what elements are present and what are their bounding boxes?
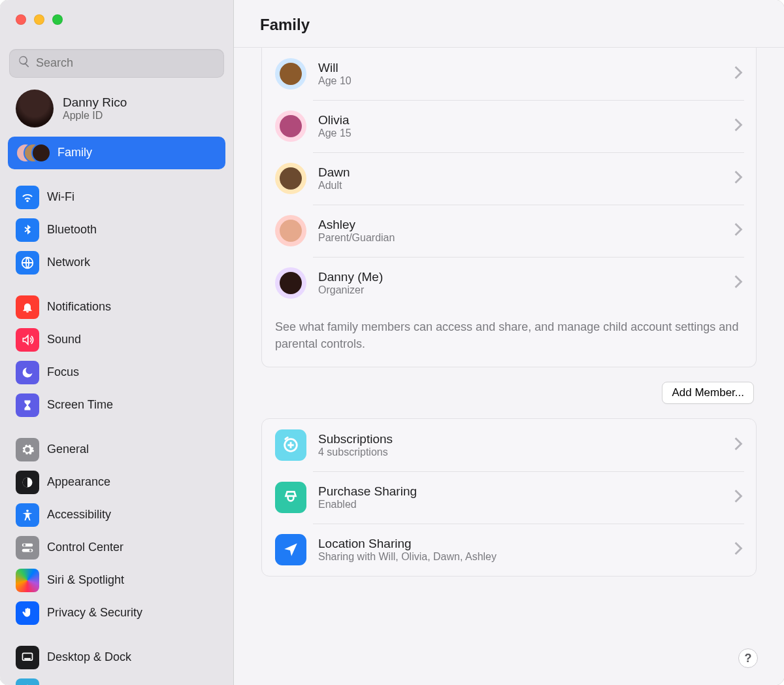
member-avatar: [275, 267, 306, 299]
sidebar-item-desktop[interactable]: Desktop & Dock: [8, 641, 225, 674]
sidebar-item-screentime[interactable]: Screen Time: [8, 389, 225, 422]
member-row[interactable]: WillAge 10: [262, 48, 756, 100]
sidebar-item-label: Network: [47, 256, 90, 269]
dock-icon: [16, 646, 39, 669]
svg-rect-8: [24, 658, 31, 659]
sidebar-item-wifi[interactable]: Wi-Fi: [8, 181, 225, 214]
members-note: See what family members can access and s…: [262, 309, 756, 367]
sidebar-item-label: Desktop & Dock: [47, 650, 131, 664]
chevron-right-icon: [734, 275, 743, 292]
member-avatar: [275, 58, 306, 90]
wifi-icon: [16, 186, 39, 209]
hourglass-icon: [16, 393, 39, 417]
sidebar-nav: Family Wi-Fi Bluetooth Network: [0, 137, 233, 685]
sidebar-item-privacy[interactable]: Privacy & Security: [8, 597, 225, 629]
sidebar-item-label: Screen Time: [47, 398, 113, 412]
add-member-button[interactable]: Add Member...: [662, 382, 754, 404]
sound-icon: [16, 328, 39, 352]
gear-icon: [16, 438, 39, 461]
sidebar-item-displays[interactable]: Displays: [8, 674, 225, 685]
sidebar-item-label: Family: [57, 146, 92, 159]
members-card: WillAge 10OliviaAge 15DawnAdultAshleyPar…: [261, 48, 757, 367]
sidebar-item-label: Notifications: [47, 300, 111, 314]
bluetooth-icon: [16, 218, 39, 242]
settings-window: Danny Rico Apple ID Family Wi-Fi: [0, 0, 784, 685]
sidebar-item-accessibility[interactable]: Accessibility: [8, 499, 225, 531]
search-input[interactable]: [36, 56, 216, 70]
sidebar-item-notifications[interactable]: Notifications: [8, 291, 225, 324]
feature-title: Subscriptions: [318, 432, 722, 446]
chevron-right-icon: [734, 65, 743, 83]
sidebar-item-siri[interactable]: Siri & Spotlight: [8, 564, 225, 597]
member-avatar: [275, 215, 306, 246]
minimize-icon[interactable]: [34, 14, 44, 25]
feature-sub: Sharing with Will, Olivia, Dawn, Ashley: [318, 551, 722, 563]
network-icon: [16, 251, 39, 275]
close-icon[interactable]: [16, 14, 26, 25]
account-row[interactable]: Danny Rico Apple ID: [0, 84, 233, 137]
sidebar-item-label: Privacy & Security: [47, 606, 142, 620]
member-name: Dawn: [318, 165, 722, 180]
member-row[interactable]: AshleyParent/Guardian: [262, 205, 756, 257]
svg-point-2: [26, 509, 29, 512]
bell-icon: [16, 295, 39, 319]
sidebar-item-focus[interactable]: Focus: [8, 356, 225, 389]
sidebar-item-label: Wi-Fi: [47, 190, 74, 204]
account-name: Danny Rico: [63, 95, 127, 110]
search-field[interactable]: [9, 49, 224, 78]
accessibility-icon: [16, 503, 39, 527]
sidebar-item-controlcenter[interactable]: Control Center: [8, 531, 225, 564]
feature-location-sharing[interactable]: Location Sharing Sharing with Will, Oliv…: [262, 524, 756, 576]
features-card: Subscriptions 4 subscriptions Purchase S…: [261, 418, 757, 576]
sidebar-item-label: Focus: [47, 365, 79, 379]
sidebar-item-label: General: [47, 443, 89, 456]
siri-icon: [16, 569, 39, 592]
sidebar-item-label: Siri & Spotlight: [47, 573, 124, 587]
help-button[interactable]: ?: [738, 648, 758, 668]
feature-title: Location Sharing: [318, 537, 722, 551]
member-row[interactable]: Danny (Me)Organizer: [262, 257, 756, 309]
member-role: Age 10: [318, 75, 722, 87]
sidebar-item-network[interactable]: Network: [8, 246, 225, 279]
feature-purchase-sharing[interactable]: Purchase Sharing Enabled: [262, 471, 756, 524]
page-title: Family: [234, 0, 784, 48]
sidebar-item-label: Bluetooth: [47, 223, 97, 237]
chevron-right-icon: [734, 118, 743, 135]
member-role: Age 15: [318, 127, 722, 139]
account-sub: Apple ID: [63, 110, 127, 122]
purchase-icon: [275, 482, 306, 513]
subscriptions-icon: [275, 429, 306, 461]
chevron-right-icon: [734, 437, 743, 454]
member-name: Ashley: [318, 218, 722, 232]
member-row[interactable]: OliviaAge 15: [262, 100, 756, 152]
sidebar-item-general[interactable]: General: [8, 433, 225, 466]
sidebar-item-appearance[interactable]: Appearance: [8, 466, 225, 499]
feature-sub: 4 subscriptions: [318, 446, 722, 458]
member-role: Organizer: [318, 284, 722, 296]
member-name: Danny (Me): [318, 270, 722, 284]
sidebar-item-label: Sound: [47, 333, 81, 346]
chevron-right-icon: [734, 222, 743, 240]
feature-subscriptions[interactable]: Subscriptions 4 subscriptions: [262, 419, 756, 471]
chevron-right-icon: [734, 541, 743, 559]
main-panel: Family WillAge 10OliviaAge 15DawnAdultAs…: [234, 0, 784, 685]
sidebar-item-family[interactable]: Family: [8, 137, 225, 169]
svg-point-5: [24, 544, 26, 546]
member-avatar: [275, 110, 306, 142]
member-avatar: [275, 163, 306, 194]
member-name: Olivia: [318, 113, 722, 127]
sidebar-item-bluetooth[interactable]: Bluetooth: [8, 214, 225, 246]
location-icon: [275, 534, 306, 565]
member-row[interactable]: DawnAdult: [262, 152, 756, 205]
sidebar-item-sound[interactable]: Sound: [8, 324, 225, 356]
zoom-icon[interactable]: [52, 14, 63, 25]
family-icon: [16, 141, 50, 165]
sidebar-item-label: Control Center: [47, 541, 123, 554]
search-icon: [18, 55, 31, 71]
sidebar: Danny Rico Apple ID Family Wi-Fi: [0, 0, 234, 685]
chevron-right-icon: [734, 170, 743, 188]
hand-icon: [16, 601, 39, 625]
avatar: [16, 90, 54, 127]
switches-icon: [16, 536, 39, 560]
member-role: Adult: [318, 180, 722, 192]
